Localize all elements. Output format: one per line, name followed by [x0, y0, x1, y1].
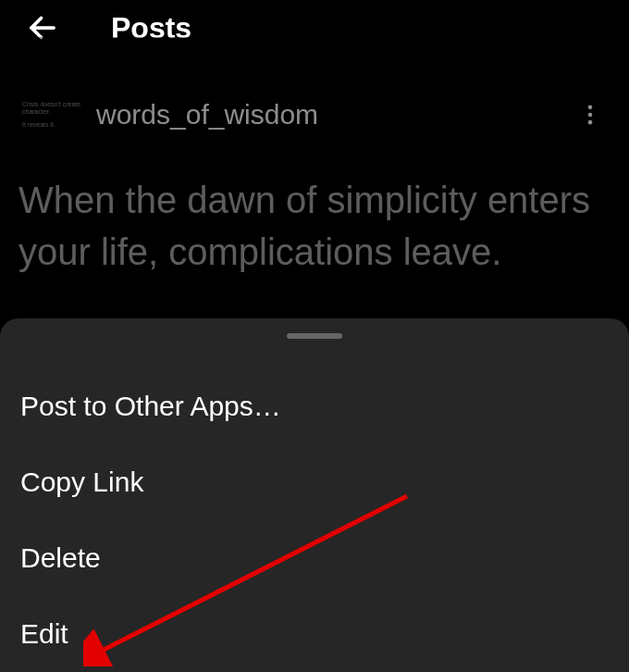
- more-options-icon[interactable]: [570, 94, 610, 135]
- avatar[interactable]: Crisis doesn't create character. It reve…: [18, 85, 78, 144]
- svg-point-2: [588, 113, 593, 118]
- avatar-text: character.: [22, 108, 74, 116]
- drag-handle[interactable]: [287, 333, 342, 339]
- action-sheet: Post to Other Apps… Copy Link Delete Edi…: [0, 318, 629, 672]
- username-link[interactable]: words_of_wisdom: [96, 99, 551, 131]
- menu-item-post-to-other-apps[interactable]: Post to Other Apps…: [0, 368, 629, 444]
- post-header-row: Crisis doesn't create character. It reve…: [0, 67, 629, 152]
- svg-point-3: [588, 120, 593, 125]
- menu-item-delete[interactable]: Delete: [0, 520, 629, 596]
- page-title: Posts: [111, 11, 191, 45]
- header: Posts: [0, 0, 629, 67]
- post-content-text: When the dawn of simplicity enters your …: [0, 152, 629, 300]
- avatar-text: Crisis doesn't create: [22, 101, 74, 108]
- svg-point-1: [588, 106, 593, 110]
- avatar-text: It reveals it.: [22, 121, 74, 129]
- menu-item-copy-link[interactable]: Copy Link: [0, 444, 629, 520]
- back-arrow-icon[interactable]: [22, 7, 63, 48]
- menu-item-edit[interactable]: Edit: [0, 596, 629, 672]
